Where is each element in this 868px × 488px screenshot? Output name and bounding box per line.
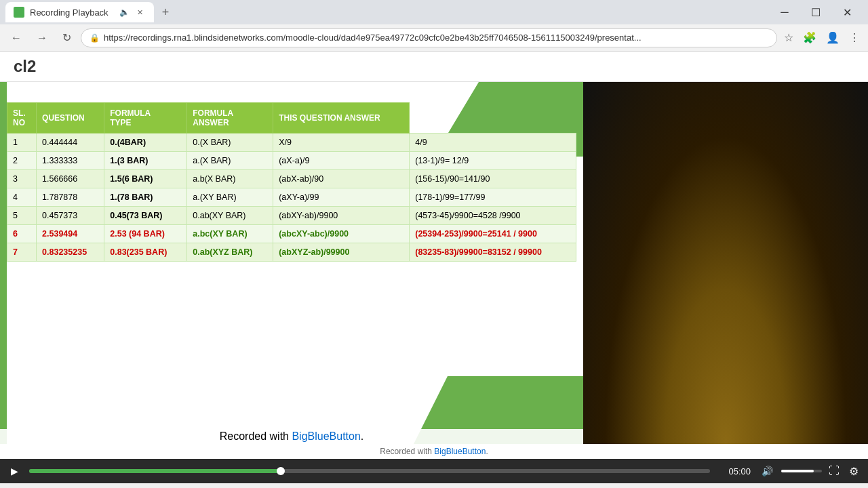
- cell-question: 1.787878: [37, 188, 104, 207]
- minimize-button[interactable]: ─: [769, 0, 800, 24]
- cell-answer: (abXYZ-ab)/99900: [273, 243, 410, 262]
- bbb-link[interactable]: BigBlueButton: [292, 430, 360, 442]
- cell-formula-type: 0.45(73 BAR): [104, 207, 187, 225]
- cell-this-answer: (4573-45)/9900=4528 /9900: [410, 207, 576, 225]
- table-row: 4 1.787878 1.(78 BAR) a.(XY BAR) (aXY-a)…: [7, 188, 576, 207]
- cell-question: 0.457373: [37, 207, 104, 225]
- nav-icons: ☆ 🧩 👤 ⋮: [781, 28, 863, 47]
- th-formula-answer: FORMULAANSWER: [187, 103, 273, 134]
- data-table: SL.NO QUESTION FORMULATYPE FORMULAANSWER…: [7, 102, 576, 262]
- progress-thumb: [277, 467, 285, 475]
- table-row: 7 0.83235235 0.83(235 BAR) 0.ab(XYZ BAR)…: [7, 243, 576, 262]
- play-button[interactable]: ▶: [7, 463, 22, 479]
- cell-sl: 4: [7, 188, 37, 207]
- volume-bar[interactable]: [781, 470, 822, 472]
- cell-this-answer: (13-1)/9= 12/9: [410, 152, 576, 170]
- cell-answer: X/9: [273, 134, 410, 152]
- cell-this-answer: (156-15)/90=141/90: [410, 170, 576, 188]
- cell-answer: (aXY-a)/99: [273, 188, 410, 207]
- nav-bar: ← → ↻ 🔒 https://recordings.rna1.blindsid…: [0, 24, 868, 52]
- cell-formula-type: 0.(4BAR): [104, 134, 187, 152]
- cell-formula-type: 1.5(6 BAR): [104, 170, 187, 188]
- th-this-answer: THIS QUESTION ANSWER: [273, 103, 410, 134]
- webcam-video: [583, 82, 868, 444]
- cell-formula-answer: a.bc(XY BAR): [187, 225, 273, 243]
- lock-icon: 🔒: [90, 33, 100, 43]
- progress-fill: [29, 469, 281, 473]
- extensions-button[interactable]: 🧩: [800, 28, 819, 47]
- tab-label: Recording Playback: [30, 7, 108, 18]
- cell-answer: (abX-ab)/90: [273, 170, 410, 188]
- table-row: 2 1.333333 1.(3 BAR) a.(X BAR) (aX-a)/9 …: [7, 152, 576, 170]
- cell-this-answer: (25394-253)/9900=25141 / 9900: [410, 225, 576, 243]
- slide-bottom-bar: Recorded with BigBlueButton.: [0, 429, 583, 444]
- cell-sl: 1: [7, 134, 37, 152]
- cell-this-answer: (178-1)/99=177/99: [410, 188, 576, 207]
- address-text: https://recordings.rna1.blindsidenetwork…: [104, 33, 768, 43]
- cell-formula-answer: 0.ab(XY BAR): [187, 207, 273, 225]
- window-controls: ─ ☐ ✕: [769, 0, 863, 24]
- volume-fill: [781, 470, 814, 472]
- table-container: SL.NO QUESTION FORMULATYPE FORMULAANSWER…: [0, 102, 583, 403]
- user-profile-button[interactable]: 👤: [823, 28, 842, 47]
- address-bar[interactable]: 🔒 https://recordings.rna1.blindsidenetwo…: [81, 28, 777, 47]
- cell-formula-answer: a.b(X BAR): [187, 170, 273, 188]
- fullscreen-button[interactable]: ⛶: [826, 462, 842, 480]
- maximize-button[interactable]: ☐: [800, 0, 831, 24]
- cell-answer: (abcXY-abc)/9900: [273, 225, 410, 243]
- playback-icons: ▶: [7, 463, 22, 479]
- slide-area: SL.NO QUESTION FORMULATYPE FORMULAANSWER…: [0, 82, 583, 444]
- browser-chrome: Recording Playback 🔈 ✕ + ─ ☐ ✕ ← → ↻ 🔒 h…: [0, 0, 868, 52]
- cell-question: 0.83235235: [37, 243, 104, 262]
- cell-this-answer: 4/9: [410, 134, 576, 152]
- cell-sl: 2: [7, 152, 37, 170]
- cell-sl: 6: [7, 225, 37, 243]
- refresh-button[interactable]: ↻: [57, 28, 77, 47]
- recorded-bar: Recorded with BigBlueButton.: [0, 444, 868, 459]
- tab-mute-button[interactable]: 🔈: [117, 5, 132, 20]
- webcam-area: [583, 82, 868, 444]
- cell-answer: (aX-a)/9: [273, 152, 410, 170]
- th-question: QUESTION: [37, 103, 104, 134]
- cell-answer: (abXY-ab)/9900: [273, 207, 410, 225]
- tab-close-button[interactable]: ✕: [135, 7, 146, 18]
- th-sl: SL.NO: [7, 103, 37, 134]
- table-row: 3 1.566666 1.5(6 BAR) a.b(X BAR) (abX-ab…: [7, 170, 576, 188]
- back-button[interactable]: ←: [5, 29, 27, 47]
- main-content: SL.NO QUESTION FORMULATYPE FORMULAANSWER…: [0, 82, 868, 444]
- forward-button[interactable]: →: [31, 29, 53, 47]
- volume-button[interactable]: 🔊: [757, 463, 777, 479]
- cell-sl: 7: [7, 243, 37, 262]
- cell-question: 1.333333: [37, 152, 104, 170]
- cell-formula-type: 1.(3 BAR): [104, 152, 187, 170]
- settings-button[interactable]: ⋮: [846, 28, 863, 47]
- time-display: 05:00: [717, 466, 751, 476]
- bbb-brand: BigBlueButton: [434, 447, 486, 456]
- table-row: 5 0.457373 0.45(73 BAR) 0.ab(XY BAR) (ab…: [7, 207, 576, 225]
- cell-this-answer: (83235-83)/99900=83152 / 99900: [410, 243, 576, 262]
- progress-bar[interactable]: [29, 469, 710, 473]
- cell-formula-answer: 0.ab(XYZ BAR): [187, 243, 273, 262]
- tab-bar: Recording Playback 🔈 ✕ + ─ ☐ ✕: [0, 0, 868, 24]
- cell-formula-answer: a.(X BAR): [187, 152, 273, 170]
- slide-inner: SL.NO QUESTION FORMULATYPE FORMULAANSWER…: [0, 82, 583, 444]
- cell-formula-type: 2.53 (94 BAR): [104, 225, 187, 243]
- playback-bar: ▶ 05:00 🔊 ⛶ ⚙: [0, 459, 868, 483]
- page-heading: cl2: [0, 52, 868, 82]
- active-tab[interactable]: Recording Playback 🔈 ✕: [5, 2, 154, 22]
- cell-question: 0.444444: [37, 134, 104, 152]
- table-row: 1 0.444444 0.(4BAR) 0.(X BAR) X/9 4/9: [7, 134, 576, 152]
- new-tab-button[interactable]: +: [157, 3, 175, 22]
- person-silhouette: [583, 82, 868, 444]
- table-header-row: SL.NO QUESTION FORMULATYPE FORMULAANSWER…: [7, 103, 576, 134]
- tab-favicon: [14, 7, 24, 18]
- cell-question: 1.566666: [37, 170, 104, 188]
- cell-formula-type: 1.(78 BAR): [104, 188, 187, 207]
- cell-sl: 3: [7, 170, 37, 188]
- tab-controls: 🔈 ✕: [117, 5, 146, 20]
- bookmark-button[interactable]: ☆: [781, 28, 796, 47]
- cell-formula-answer: a.(XY BAR): [187, 188, 273, 207]
- settings-icon-button[interactable]: ⚙: [846, 462, 861, 481]
- close-button[interactable]: ✕: [831, 0, 863, 24]
- recorded-text: Recorded with BigBlueButton.: [220, 430, 364, 443]
